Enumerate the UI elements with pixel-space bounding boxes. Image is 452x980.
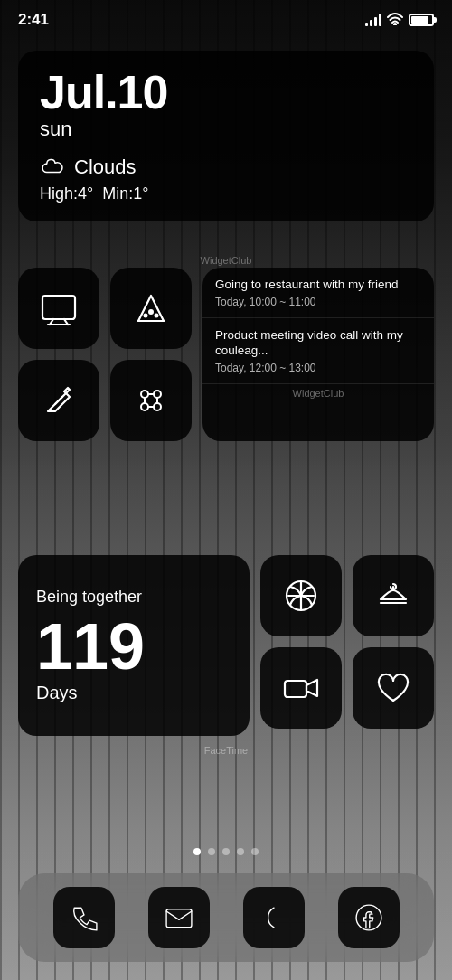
wifi-icon — [387, 13, 403, 28]
svg-rect-20 — [166, 909, 192, 928]
svg-rect-1 — [42, 296, 75, 319]
weather-temp: High:4° Min:1° — [40, 184, 412, 203]
dock — [18, 873, 434, 962]
pencil-icon — [39, 381, 79, 420]
counter-number: 119 — [36, 614, 231, 679]
page-dots — [0, 848, 452, 855]
page-dot-5 — [251, 848, 259, 855]
moon-dock-icon[interactable] — [243, 887, 305, 948]
facebook-icon — [353, 902, 384, 933]
basketball-app-icon[interactable] — [260, 555, 342, 636]
pizza-icon — [131, 288, 171, 328]
heart-icon — [373, 668, 413, 708]
pencil-app-icon[interactable] — [18, 360, 99, 441]
middle-row: Going to restaurant with my friend Today… — [18, 268, 434, 441]
svg-point-6 — [149, 310, 153, 314]
phone-dock-icon[interactable] — [53, 887, 115, 948]
svg-point-11 — [141, 403, 148, 410]
cloud-icon — [40, 158, 65, 176]
mail-dock-icon[interactable] — [148, 887, 210, 948]
status-time: 2:41 — [18, 11, 49, 29]
slack-icon — [131, 381, 171, 420]
svg-point-21 — [356, 905, 381, 930]
video-app-icon[interactable] — [260, 647, 342, 729]
svg-point-8 — [155, 315, 158, 317]
phone-icon — [69, 902, 99, 933]
counter-widget: Being together 119 Days — [18, 555, 250, 736]
event-2-title: Product meeting video call with my coule… — [215, 327, 421, 359]
svg-point-10 — [154, 391, 161, 398]
tv-icon — [39, 288, 79, 328]
page-dot-3 — [222, 848, 230, 855]
weather-condition: Clouds — [40, 155, 412, 179]
weather-date: Jul.10 — [40, 69, 412, 116]
svg-point-12 — [154, 403, 161, 410]
basketball-icon — [281, 576, 321, 616]
video-icon — [281, 668, 321, 708]
svg-point-7 — [145, 315, 147, 317]
page-dot-1 — [193, 848, 201, 855]
mail-icon — [164, 902, 194, 933]
counter-label-top: Being together — [36, 588, 231, 607]
heart-app-icon[interactable] — [353, 647, 434, 729]
event-2-time: Today, 12:00 ~ 13:00 — [215, 362, 421, 374]
event-1-time: Today, 10:00 ~ 11:00 — [215, 296, 421, 308]
status-icons — [365, 13, 434, 28]
calendar-event-1: Going to restaurant with my friend Today… — [202, 268, 434, 318]
widget-club-weather: WidgetClub — [0, 251, 452, 268]
facebook-dock-icon[interactable] — [338, 887, 400, 948]
weather-widget: Jul.10 sun Clouds High:4° Min:1° — [18, 51, 434, 221]
pizza-app-icon[interactable] — [110, 268, 192, 349]
bottom-widgets: Being together 119 Days — [18, 555, 434, 736]
event-1-title: Going to restaurant with my friend — [215, 277, 421, 293]
weather-condition-label: Clouds — [74, 155, 136, 179]
svg-point-9 — [141, 391, 148, 398]
page-dot-4 — [237, 848, 244, 855]
svg-rect-19 — [285, 681, 306, 697]
page-dot-2 — [208, 848, 215, 855]
widget-club-calendar: WidgetClub — [202, 388, 434, 399]
moon-icon — [259, 902, 289, 933]
facetime-label: FaceTime — [0, 745, 452, 756]
calendar-widget: Going to restaurant with my friend Today… — [202, 268, 434, 441]
right-icon-grid — [260, 555, 434, 736]
calendar-event-2: Product meeting video call with my coule… — [202, 318, 434, 384]
tv-app-icon[interactable] — [18, 268, 99, 349]
svg-point-0 — [394, 24, 396, 25]
weather-day: sun — [40, 118, 412, 141]
signal-icon — [365, 14, 381, 26]
hanger-icon — [373, 576, 413, 616]
battery-icon — [409, 14, 434, 26]
counter-label-bottom: Days — [36, 683, 231, 703]
slack-app-icon[interactable] — [110, 360, 192, 441]
status-bar: 2:41 — [0, 0, 452, 40]
hanger-app-icon[interactable] — [353, 555, 434, 636]
app-grid — [18, 268, 192, 441]
